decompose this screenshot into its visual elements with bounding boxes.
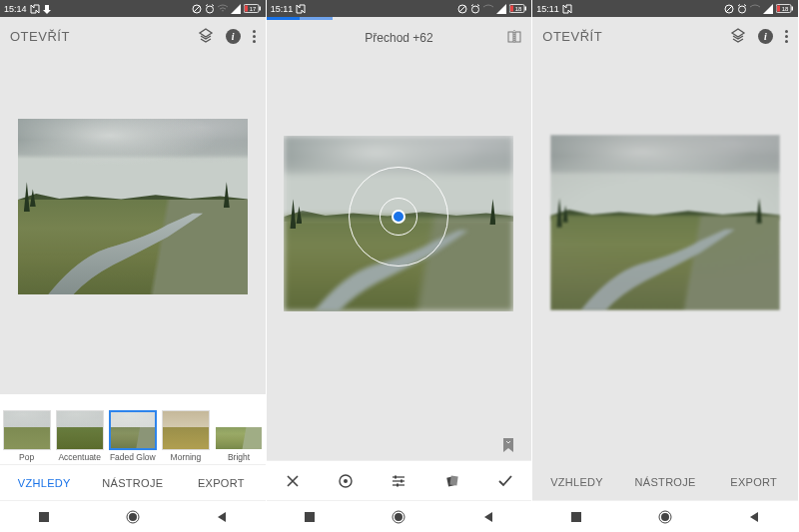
signal-icon xyxy=(763,4,773,14)
svg-rect-7 xyxy=(245,6,248,12)
status-time: 15:11 xyxy=(271,4,294,14)
nav-recent-icon[interactable] xyxy=(570,511,582,523)
svg-text:18: 18 xyxy=(515,6,522,12)
nfc-icon xyxy=(562,4,572,14)
open-label[interactable]: OTEVŘÍT xyxy=(10,29,70,44)
layers-icon[interactable] xyxy=(730,28,746,44)
svg-line-14 xyxy=(471,4,473,6)
status-time: 15:14 xyxy=(4,4,27,14)
svg-point-35 xyxy=(395,513,402,521)
filter-bright[interactable]: Bright xyxy=(213,410,266,462)
landscape-image-result xyxy=(550,135,780,310)
filter-label: Morning xyxy=(171,452,202,462)
svg-line-3 xyxy=(206,4,208,6)
tab-export[interactable]: EXPORT xyxy=(177,465,266,500)
close-button[interactable] xyxy=(267,461,320,500)
nav-recent-icon[interactable] xyxy=(38,511,50,523)
svg-point-47 xyxy=(661,513,669,521)
tab-nastroje[interactable]: NÁSTROJE xyxy=(89,465,178,500)
svg-text:18: 18 xyxy=(782,6,789,12)
nav-back-icon[interactable] xyxy=(748,511,760,523)
open-label[interactable]: OTEVŘÍT xyxy=(542,29,602,44)
tab-vzhledy[interactable]: VZHLEDY xyxy=(532,464,621,500)
svg-rect-20 xyxy=(508,32,513,42)
nav-home-icon[interactable] xyxy=(125,509,141,525)
nfc-icon xyxy=(296,4,306,14)
battery-icon: 18 xyxy=(776,4,794,13)
svg-rect-43 xyxy=(777,6,780,12)
filter-strip: Pop Accentuate Faded Glow Morning Bright xyxy=(0,394,266,464)
svg-rect-17 xyxy=(525,7,527,11)
lens-focus-ring[interactable] xyxy=(349,167,448,266)
cards-button[interactable] xyxy=(425,461,478,500)
filter-label: Pop xyxy=(19,452,34,462)
alarm-icon xyxy=(470,4,480,14)
filter-accentuate[interactable]: Accentuate xyxy=(53,410,106,462)
svg-rect-32 xyxy=(449,475,457,485)
app-bar: OTEVŘÍT i xyxy=(532,17,798,55)
filter-faded-glow[interactable]: Faded Glow xyxy=(106,410,159,462)
nav-bar xyxy=(532,500,798,532)
nav-home-icon[interactable] xyxy=(391,509,406,525)
image-preview-area[interactable] xyxy=(532,55,798,310)
dnd-icon xyxy=(457,4,467,14)
battery-icon: 17 xyxy=(244,4,262,13)
tab-nastroje[interactable]: NÁSTROJE xyxy=(621,464,710,500)
nav-recent-icon[interactable] xyxy=(304,511,316,523)
battery-icon: 18 xyxy=(509,4,527,13)
apply-button[interactable] xyxy=(478,461,531,500)
nfc-icon xyxy=(30,4,40,14)
svg-line-15 xyxy=(477,4,479,6)
info-icon[interactable]: i xyxy=(226,29,241,44)
svg-line-12 xyxy=(459,6,465,12)
svg-line-4 xyxy=(212,4,214,6)
phone-screen-2: 15:11 18 Přechod +62 xyxy=(267,0,533,532)
more-icon[interactable] xyxy=(253,30,256,43)
sliders-button[interactable] xyxy=(373,461,425,500)
svg-rect-30 xyxy=(397,483,399,486)
wifi-icon xyxy=(750,4,760,14)
bookmark-icon[interactable] xyxy=(501,437,515,453)
signal-icon xyxy=(231,4,241,14)
editor-toolbar xyxy=(267,460,532,500)
wifi-icon xyxy=(483,4,493,14)
layers-icon[interactable] xyxy=(198,28,214,44)
image-preview-area[interactable] xyxy=(0,55,266,294)
bottom-tabs: VZHLEDY NÁSTROJE EXPORT xyxy=(0,464,266,500)
info-icon[interactable]: i xyxy=(758,29,773,44)
svg-point-38 xyxy=(738,6,745,13)
tab-export[interactable]: EXPORT xyxy=(709,464,798,500)
svg-rect-45 xyxy=(571,512,581,522)
filter-label: Faded Glow xyxy=(110,452,156,462)
svg-rect-28 xyxy=(400,479,402,482)
app-bar: OTEVŘÍT i xyxy=(0,17,266,55)
tab-vzhledy[interactable]: VZHLEDY xyxy=(0,465,89,500)
alarm-icon xyxy=(737,4,747,14)
edit-title-bar: Přechod +62 xyxy=(267,20,532,56)
landscape-image-editing xyxy=(284,136,513,311)
svg-rect-8 xyxy=(39,512,49,522)
svg-line-1 xyxy=(194,6,200,12)
svg-rect-6 xyxy=(259,7,261,11)
status-bar: 15:11 18 xyxy=(532,0,798,17)
nav-back-icon[interactable] xyxy=(216,511,228,523)
status-time: 15:11 xyxy=(536,4,559,14)
svg-point-10 xyxy=(129,513,137,521)
status-bar: 15:11 18 xyxy=(267,0,532,17)
landscape-image xyxy=(18,119,248,294)
status-bar: 15:14 17 xyxy=(0,0,266,17)
svg-line-37 xyxy=(726,6,732,12)
focus-handle[interactable] xyxy=(392,210,405,224)
shape-circle-button[interactable] xyxy=(320,461,373,500)
filter-morning[interactable]: Morning xyxy=(159,410,212,462)
nav-back-icon[interactable] xyxy=(482,511,494,523)
battery-pct: 17 xyxy=(249,6,256,12)
bookmark-row xyxy=(267,430,532,460)
compare-icon[interactable] xyxy=(507,30,521,47)
svg-line-40 xyxy=(744,4,746,6)
image-preview-area[interactable] xyxy=(267,56,532,311)
more-icon[interactable] xyxy=(785,30,788,43)
filter-pop[interactable]: Pop xyxy=(0,410,53,462)
dnd-icon xyxy=(192,4,202,14)
nav-home-icon[interactable] xyxy=(657,509,673,525)
